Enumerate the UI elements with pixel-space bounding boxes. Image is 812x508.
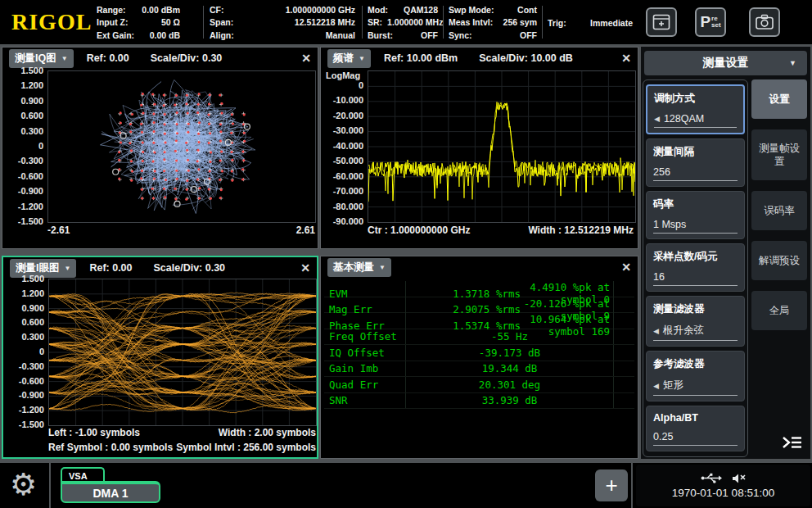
close-icon[interactable]: ✕ (301, 52, 311, 65)
enum-arrow-icon: ◀ (654, 115, 660, 123)
header-divider (443, 6, 444, 39)
eye-diagram-plot (48, 279, 317, 426)
extgain-label: Ext Gain: (97, 30, 134, 41)
status-icons (701, 473, 747, 484)
dma-instance-tab[interactable]: DMA 1 (61, 481, 160, 503)
cf-value: 1.000000000 GHz (286, 5, 355, 16)
bottombar-divider (49, 463, 51, 508)
card-modulation-type[interactable]: 调制方式 ◀128QAM (646, 84, 745, 134)
spectrum-trace-dropdown[interactable]: 频谱 ▼ (327, 49, 371, 68)
trig-value: Immediate (590, 18, 633, 29)
range-value: 0.00 dBm (142, 5, 180, 16)
spectrum-plot (368, 70, 636, 223)
table-row-quad-err: Quad Err 20.301 deg (324, 377, 634, 393)
chevron-down-icon: ▼ (359, 55, 365, 62)
table-row-gain-imb: Gain Imb 19.344 dB (324, 361, 634, 378)
align-value: Manual (326, 30, 355, 41)
spectrum-ref-readout: Ref: 10.00 dBm (384, 52, 458, 64)
sidebar-card-column: 调制方式 ◀128QAM 测量间隔 256 码率 1 Msps 采样点数/码元 … (643, 79, 748, 457)
enum-arrow-icon: ◀ (653, 327, 659, 335)
enum-arrow-icon: ◀ (653, 382, 659, 390)
iq-x-max: 2.61 (296, 225, 315, 236)
table-row-freq-offset: Freq Offset -55 Hz (324, 329, 634, 346)
chevron-down-icon: ▼ (61, 55, 68, 62)
add-window-button[interactable]: + (595, 469, 628, 501)
align-label: Align: (210, 30, 234, 41)
preset-icon: P reset (700, 13, 720, 31)
axis-tick-label: 1.200 (3, 288, 44, 298)
axis-tick-label: -70.000 (321, 186, 363, 196)
header-group-freq: CF:1.000000000 GHz Span:12.512218 MHz Al… (210, 4, 355, 42)
close-icon[interactable]: ✕ (300, 261, 310, 274)
close-icon[interactable]: ✕ (621, 52, 631, 65)
speaker-muted-icon (732, 473, 747, 484)
vsa-screen: RIGOL Range:0.00 dBm Input Z:50 Ω Ext Ga… (0, 0, 812, 508)
axis-tick-label: -0.300 (2, 156, 43, 166)
sr-value: 1.000000 MHz (387, 17, 443, 28)
bottombar-divider (631, 463, 633, 508)
eye-refsymbol-readout: Ref Symbol : 0.00 symbols (48, 442, 173, 453)
tab-meas-frame-setup[interactable]: 测量帧设置 (751, 129, 807, 180)
sync-label: Sync: (449, 30, 472, 41)
bottom-task-bar: ⚙ VSA DMA 1 + (0, 463, 812, 508)
axis-tick-label: -1.500 (3, 420, 44, 429)
window-layout-button[interactable] (646, 7, 677, 37)
cf-label: CF: (210, 5, 224, 16)
iq-x-min: -2.61 (47, 225, 70, 236)
spectrum-x-axis: Ctr : 1.000000000 GHz Width : 12.512219 … (368, 225, 634, 236)
gear-icon: ⚙ (10, 468, 37, 501)
axis-tick-label: 0.300 (3, 332, 44, 342)
status-area: 1970-01-01 08:51:00 (636, 465, 810, 506)
plus-icon: + (605, 473, 617, 498)
panel-iq-constellation: 测量IQ图 ▼ Ref: 0.00 Scale/Div: 0.30 ✕ 1.50… (2, 47, 318, 249)
span-value: 12.512218 MHz (295, 17, 355, 28)
tab-settings[interactable]: 设置 (751, 79, 807, 119)
card-symbol-rate[interactable]: 码率 1 Msps (646, 191, 745, 239)
meas-dropdown[interactable]: 基本测量 ▼ (327, 258, 391, 277)
axis-tick-label: -60.000 (321, 171, 363, 181)
axis-tick-label: 1.500 (2, 66, 43, 75)
axis-tick-label: 1.500 (3, 274, 44, 283)
measintvl-value: 256 sym (503, 17, 537, 28)
iq-scale-readout: Scale/Div: 0.30 (151, 52, 223, 64)
card-points-per-symbol[interactable]: 采样点数/码元 16 (646, 243, 745, 292)
header-group-input: Range:0.00 dBm Input Z:50 Ω Ext Gain:0.0… (97, 4, 180, 42)
iq-panel-header: 测量IQ图 ▼ Ref: 0.00 Scale/Div: 0.30 ✕ (2, 48, 318, 69)
eye-scale-readout: Scale/Div: 0.30 (154, 262, 226, 274)
sr-label: SR: (368, 17, 382, 28)
swpmode-label: Swp Mode: (449, 5, 494, 16)
axis-tick-label: 0.300 (2, 126, 43, 136)
axis-tick-label: -0.900 (2, 186, 43, 196)
camera-icon (755, 14, 774, 30)
burst-value: OFF (421, 30, 438, 41)
settings-sidebar: 测量设置 ▼ 调制方式 ◀128QAM 测量间隔 256 码率 1 Msps 采… (641, 47, 810, 459)
eye-y-axis: 1.5001.2000.9000.6000.3000-0.300-0.600-0… (3, 274, 44, 429)
spectrum-scale-readout: Scale/Div: 10.00 dB (479, 52, 573, 64)
iq-ref-readout: Ref: 0.00 (87, 52, 129, 64)
spectrum-y-axis: 0-10.000-20.000-30.000-40.000-50.000-60.… (321, 80, 363, 226)
menu-expand-button[interactable] (781, 434, 804, 454)
spectrum-panel-header: 频谱 ▼ Ref: 10.00 dBm Scale/Div: 10.00 dB … (321, 48, 638, 69)
card-alpha-bt[interactable]: Alpha/BT 0.25 (646, 406, 745, 451)
eye-left-readout: Left : -1.00 symbols (48, 427, 140, 438)
eye-symbolintvl-readout: Symbol Intvl : 256.00 symbols (176, 442, 316, 453)
extgain-value: 0.00 dB (150, 30, 180, 41)
axis-tick-label: -80.000 (321, 202, 363, 211)
axis-tick-label: -0.300 (3, 361, 44, 371)
preset-button[interactable]: P reset (695, 7, 726, 37)
card-meas-interval[interactable]: 测量间隔 256 (646, 138, 745, 187)
axis-tick-label: -0.600 (2, 171, 43, 181)
sidebar-menu-dropdown[interactable]: 测量设置 ▼ (644, 51, 807, 75)
tab-demod-preset[interactable]: 解调预设 (751, 241, 807, 280)
panel-basic-measurement: 基本测量 ▼ ✕ EVM 1.3718 %rms 4.4910 %pk at s… (320, 256, 638, 459)
tab-global[interactable]: 全局 (751, 291, 807, 330)
card-ref-filter[interactable]: 参考滤波器 ◀矩形 (646, 351, 745, 401)
axis-tick-label: 0.600 (3, 317, 44, 327)
screenshot-button[interactable] (749, 7, 780, 37)
chevron-down-icon: ▼ (379, 264, 386, 271)
close-icon[interactable]: ✕ (621, 261, 631, 274)
system-gear-button[interactable]: ⚙ (10, 465, 37, 506)
meas-panel-header: 基本测量 ▼ ✕ (321, 256, 638, 278)
card-meas-filter[interactable]: 测量滤波器 ◀根升余弦 (646, 296, 745, 347)
tab-bit-error-rate[interactable]: 误码率 (751, 191, 807, 230)
